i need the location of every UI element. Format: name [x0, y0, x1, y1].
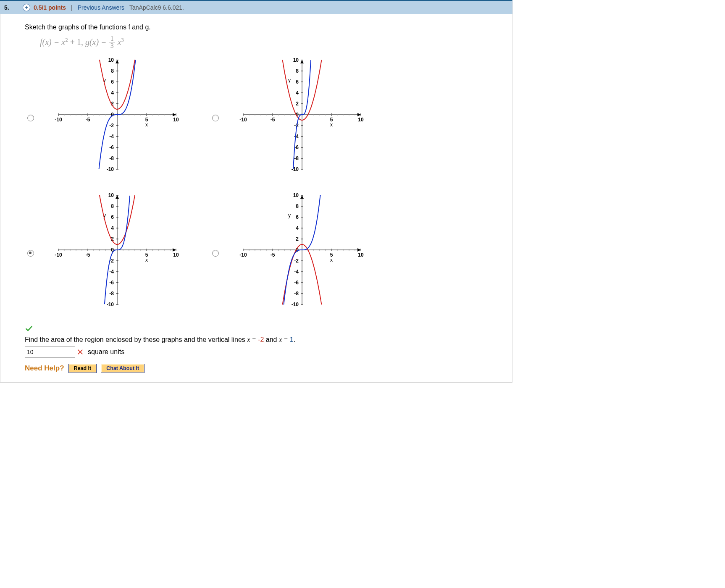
- previous-answers-link[interactable]: Previous Answers: [78, 4, 124, 11]
- svg-text:10: 10: [173, 117, 179, 123]
- graph-option-b[interactable]: -10-5510-10-8-6-4-20246810xy: [224, 55, 392, 181]
- svg-text:4: 4: [111, 90, 114, 96]
- svg-text:8: 8: [296, 203, 299, 209]
- graph-option-d[interactable]: -10-5510-10-8-6-4-20246810xy: [224, 190, 392, 316]
- expand-icon[interactable]: +: [23, 4, 30, 11]
- svg-text:x: x: [145, 122, 148, 128]
- read-it-button[interactable]: Read It: [68, 364, 97, 373]
- svg-text:10: 10: [358, 117, 364, 123]
- svg-text:y: y: [288, 213, 291, 218]
- svg-text:8: 8: [111, 68, 114, 74]
- svg-text:-6: -6: [109, 144, 114, 150]
- svg-text:-4: -4: [294, 269, 299, 275]
- svg-text:-6: -6: [109, 280, 114, 286]
- question-body: Sketch the graphs of the functions f and…: [0, 14, 512, 383]
- svg-text:-8: -8: [109, 155, 114, 161]
- units-label: square units: [88, 348, 124, 356]
- svg-text:-10: -10: [239, 117, 247, 123]
- need-help-row: Need Help? Read It Chat About It: [25, 364, 503, 373]
- svg-text:10: 10: [173, 252, 179, 258]
- svg-text:-10: -10: [55, 117, 62, 123]
- svg-text:-2: -2: [109, 123, 114, 129]
- chat-about-it-button[interactable]: Chat About It: [101, 364, 144, 373]
- svg-text:10: 10: [293, 57, 299, 63]
- svg-text:-2: -2: [294, 258, 299, 264]
- svg-text:-4: -4: [294, 134, 299, 139]
- graph-option-a[interactable]: -10-5510-10-8-6-4-20246810xy: [39, 55, 207, 181]
- question-number: 5.: [4, 4, 19, 11]
- svg-text:-10: -10: [107, 302, 114, 307]
- radio-option-d[interactable]: [212, 250, 219, 257]
- prompt-text: Sketch the graphs of the functions f and…: [25, 24, 503, 31]
- svg-text:6: 6: [111, 79, 114, 85]
- svg-text:x: x: [330, 122, 333, 128]
- textbook-reference: TanApCalc9 6.6.021.: [129, 4, 184, 11]
- svg-text:8: 8: [296, 68, 299, 74]
- svg-text:-10: -10: [107, 166, 114, 172]
- svg-text:6: 6: [296, 79, 299, 85]
- svg-text:-10: -10: [239, 252, 247, 258]
- separator: |: [71, 4, 73, 11]
- svg-text:-8: -8: [294, 291, 299, 297]
- svg-text:-5: -5: [271, 117, 275, 123]
- svg-text:10: 10: [108, 57, 114, 63]
- graph-options: -10-5510-10-8-6-4-20246810xy -10-5510-10…: [25, 55, 503, 316]
- svg-text:-5: -5: [86, 252, 90, 258]
- radio-option-c[interactable]: [27, 250, 34, 257]
- svg-text:-4: -4: [109, 269, 114, 275]
- incorrect-icon: [77, 349, 84, 355]
- svg-text:x: x: [330, 257, 333, 263]
- answer-row: square units: [25, 346, 503, 358]
- svg-text:-10: -10: [292, 166, 299, 172]
- radio-option-a[interactable]: [27, 115, 34, 121]
- svg-text:6: 6: [296, 214, 299, 220]
- need-help-label: Need Help?: [25, 364, 64, 373]
- svg-text:4: 4: [111, 225, 114, 231]
- svg-text:10: 10: [358, 252, 364, 258]
- correct-icon: [25, 325, 503, 334]
- area-answer-input[interactable]: [25, 346, 75, 358]
- svg-text:10: 10: [293, 192, 299, 198]
- points-text: 0.5/1 points: [34, 4, 66, 11]
- graph-option-c[interactable]: -10-5510-10-8-6-4-20246810xy: [39, 190, 207, 316]
- svg-text:6: 6: [111, 214, 114, 220]
- svg-text:-5: -5: [271, 252, 275, 258]
- svg-text:2: 2: [296, 236, 299, 242]
- svg-text:10: 10: [108, 192, 114, 198]
- fraction: 1 3: [109, 35, 115, 49]
- svg-text:-5: -5: [86, 117, 90, 123]
- svg-text:y: y: [288, 77, 291, 83]
- svg-text:-10: -10: [292, 302, 299, 307]
- svg-text:x: x: [145, 257, 148, 263]
- svg-text:-8: -8: [109, 291, 114, 297]
- svg-text:-10: -10: [55, 252, 62, 258]
- find-area-text: Find the area of the region enclosed by …: [25, 336, 503, 344]
- svg-text:4: 4: [296, 90, 299, 96]
- formula: f(x) = x2 + 1, g(x) = 1 3 x3: [40, 35, 503, 49]
- svg-text:-4: -4: [109, 134, 114, 139]
- svg-text:4: 4: [296, 225, 299, 231]
- radio-option-b[interactable]: [212, 115, 219, 121]
- question-header: 5. + 0.5/1 points | Previous Answers Tan…: [0, 0, 512, 14]
- svg-text:-8: -8: [294, 155, 299, 161]
- svg-text:-6: -6: [294, 280, 299, 286]
- svg-text:8: 8: [111, 203, 114, 209]
- svg-text:2: 2: [296, 101, 299, 107]
